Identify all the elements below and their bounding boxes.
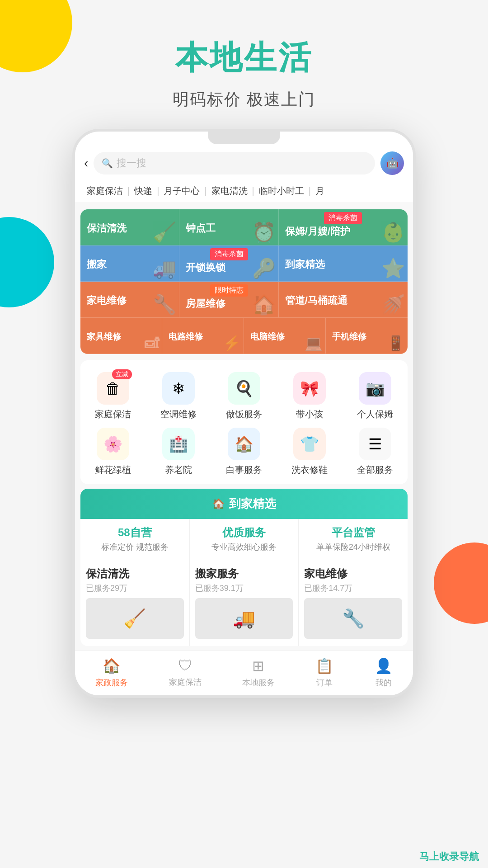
watermark: 马上收录导航 xyxy=(419,850,479,863)
icon-childcare: 🎀 xyxy=(300,379,319,397)
nav-label-orders: 订单 xyxy=(316,677,333,688)
phone-notch xyxy=(208,132,280,144)
grid-cell-locksmith[interactable]: 消毒杀菌 开锁换锁 🔑 xyxy=(179,245,278,282)
cat-tag-0[interactable]: 家庭保洁 xyxy=(82,183,127,199)
icon-cooking: 🍳 xyxy=(235,379,253,397)
icon-label-nursing: 养老院 xyxy=(165,464,192,476)
grid-cell-phone[interactable]: 手机维修 📱 xyxy=(326,318,408,354)
nav-item-home[interactable]: 🏠 家政服务 xyxy=(95,657,128,688)
icon-item-laundry[interactable]: 👕 洗衣修鞋 xyxy=(287,428,332,476)
daojia-title: 到家精选 xyxy=(229,496,276,512)
daojia-services: 保洁清洗 已服务29万 🧹 搬家服务 已服务39.1万 🚚 家电维修 已服务14… xyxy=(80,559,408,646)
daojia-service-img-cleaning: 🧹 xyxy=(86,598,184,639)
grid-cell-pipe[interactable]: 管道/马桶疏通 🚿 xyxy=(279,282,408,318)
grid-cell-nanny[interactable]: 消毒杀菌 保姆/月嫂/陪护 👶 xyxy=(279,209,408,245)
cat-tag-5[interactable]: 月 xyxy=(311,183,329,199)
icon-row-1: 🗑 立减 家庭保洁 ❄ 空调维修 🍳 xyxy=(80,368,408,424)
cat-tag-3[interactable]: 家电清洗 xyxy=(207,183,252,199)
nav-label-profile: 我的 xyxy=(375,677,392,688)
icon-item-all-services[interactable]: ☰ 全部服务 xyxy=(352,428,398,476)
phone-wrapper: ‹ 🔍 搜一搜 🤖 家庭保洁 | 快递 | 月子中心 | 家电清洗 | 临时小时… xyxy=(0,129,488,698)
daojia-service-repair[interactable]: 家电维修 已服务14.7万 🔧 xyxy=(299,559,408,646)
icon-label-childcare: 带小孩 xyxy=(296,408,323,420)
nav-item-orders[interactable]: 📋 订单 xyxy=(315,657,333,688)
icon-item-aircon[interactable]: ❄ 空调维修 xyxy=(156,372,201,420)
cat-tag-1[interactable]: 快递 xyxy=(130,183,157,199)
icon-flowers: 🌸 xyxy=(103,435,122,453)
grid-cell-computer[interactable]: 电脑维修 💻 xyxy=(244,318,326,354)
search-icon: 🔍 xyxy=(102,158,113,169)
daojia-service-cleaning[interactable]: 保洁清洗 已服务29万 🧹 xyxy=(80,559,190,646)
back-button[interactable]: ‹ xyxy=(84,156,88,170)
daojia-badge-2: 平台监管 单单保险24小时维权 xyxy=(299,519,408,559)
cat-tag-2[interactable]: 月子中心 xyxy=(159,183,204,199)
search-placeholder-text: 搜一搜 xyxy=(117,156,146,170)
icon-label-aircon: 空调维修 xyxy=(160,408,197,420)
icon-nursing: 🏥 xyxy=(169,435,188,453)
icon-cleaning: 🗑 xyxy=(105,380,121,397)
grid-cell-selected[interactable]: 到家精选 ⭐ xyxy=(279,245,408,282)
badge-立减: 立减 xyxy=(112,369,132,379)
grid-row-blue: 搬家 🚚 消毒杀菌 开锁换锁 🔑 到家精选 ⭐ xyxy=(80,245,408,282)
grid-cell-appliance[interactable]: 家电维修 🔧 xyxy=(80,282,179,318)
daojia-service-img-moving: 🚚 xyxy=(195,598,293,639)
icon-funeral: 🏠 xyxy=(235,435,253,453)
grid-row-green: 保洁清洗 🧹 钟点工 ⏰ 消毒杀菌 保姆/月嫂/陪护 👶 xyxy=(80,209,408,245)
icon-item-cooking[interactable]: 🍳 做饭服务 xyxy=(221,372,267,420)
daojia-logo-icon: 🏠 xyxy=(212,498,225,510)
cat-tag-4[interactable]: 临时小时工 xyxy=(254,183,309,199)
icon-label-flowers: 鲜花绿植 xyxy=(95,464,131,476)
icon-aircon: ❄ xyxy=(172,379,185,397)
daojia-badge-0: 58自营 标准定价 规范服务 xyxy=(80,519,190,559)
icon-menu: 🗑 立减 家庭保洁 ❄ 空调维修 🍳 xyxy=(80,360,408,484)
icon-item-flowers[interactable]: 🌸 鲜花绿植 xyxy=(90,428,136,476)
grid-cell-cleaning[interactable]: 保洁清洗 🧹 xyxy=(80,209,179,245)
grid-cell-hourly[interactable]: 钟点工 ⏰ xyxy=(179,209,278,245)
icon-item-cleaning[interactable]: 🗑 立减 家庭保洁 xyxy=(90,372,136,420)
daojia-service-moving[interactable]: 搬家服务 已服务39.1万 🚚 xyxy=(190,559,299,646)
nav-icon-home: 🏠 xyxy=(103,657,121,675)
bottom-nav: 🏠 家政服务 🛡 家庭保洁 ⊞ 本地服务 📋 订单 👤 我的 xyxy=(75,651,413,695)
hero-section: 本地生活 明码标价 极速上门 xyxy=(0,0,488,129)
icon-label-cooking: 做饭服务 xyxy=(226,408,262,420)
nav-label-home: 家政服务 xyxy=(95,677,128,688)
hero-title: 本地生活 xyxy=(0,36,488,80)
phone-mockup: ‹ 🔍 搜一搜 🤖 家庭保洁 | 快递 | 月子中心 | 家电清洗 | 临时小时… xyxy=(72,129,416,698)
icon-personal-nanny: 📷 xyxy=(366,379,385,397)
grid-cell-furniture[interactable]: 家具维修 🛋 xyxy=(80,318,162,354)
icon-item-nursing[interactable]: 🏥 养老院 xyxy=(156,428,201,476)
nav-item-profile[interactable]: 👤 我的 xyxy=(375,657,393,688)
icon-label-personal-nanny: 个人保姆 xyxy=(357,408,393,420)
nav-item-cleaning[interactable]: 🛡 家庭保洁 xyxy=(169,657,202,688)
icon-laundry: 👕 xyxy=(300,435,319,453)
nav-item-local[interactable]: ⊞ 本地服务 xyxy=(242,657,275,688)
icon-item-personal-nanny[interactable]: 📷 个人保姆 xyxy=(352,372,398,420)
service-grid: 保洁清洗 🧹 钟点工 ⏰ 消毒杀菌 保姆/月嫂/陪护 👶 xyxy=(80,209,408,354)
nav-icon-profile: 👤 xyxy=(375,657,393,675)
icon-item-funeral[interactable]: 🏠 白事服务 xyxy=(221,428,267,476)
grid-cell-electric[interactable]: 电路维修 ⚡ xyxy=(162,318,244,354)
icon-row-2: 🌸 鲜花绿植 🏥 养老院 🏠 白事服务 xyxy=(80,424,408,480)
search-bar-row: ‹ 🔍 搜一搜 🤖 xyxy=(75,144,413,179)
nav-icon-cleaning: 🛡 xyxy=(178,657,192,674)
category-tags-row: 家庭保洁 | 快递 | 月子中心 | 家电清洗 | 临时小时工 | 月 xyxy=(75,179,413,203)
hero-subtitle: 明码标价 极速上门 xyxy=(0,89,488,111)
daojia-badge-1: 优质服务 专业高效细心服务 xyxy=(190,519,299,559)
search-box[interactable]: 🔍 搜一搜 xyxy=(94,152,375,175)
badge-limited: 限时特惠 xyxy=(210,284,248,297)
nav-icon-local: ⊞ xyxy=(252,657,264,675)
icon-all-services: ☰ xyxy=(368,435,382,453)
daojia-service-img-repair: 🔧 xyxy=(304,598,402,639)
phone-inner: ‹ 🔍 搜一搜 🤖 家庭保洁 | 快递 | 月子中心 | 家电清洗 | 临时小时… xyxy=(75,144,413,695)
nav-label-local: 本地服务 xyxy=(242,677,275,688)
grid-cell-house-repair[interactable]: 限时特惠 房屋维修 🏠 xyxy=(179,282,278,318)
icon-label-laundry: 洗衣修鞋 xyxy=(291,464,328,476)
icon-label-funeral: 白事服务 xyxy=(226,464,262,476)
grid-row-orange: 家电维修 🔧 限时特惠 房屋维修 🏠 管道/马桶疏通 🚿 xyxy=(80,282,408,318)
badge-disinfect-2: 消毒杀菌 xyxy=(210,248,248,260)
grid-cell-moving[interactable]: 搬家 🚚 xyxy=(80,245,179,282)
ai-assistant-button[interactable]: 🤖 xyxy=(380,151,404,175)
nav-label-cleaning: 家庭保洁 xyxy=(169,677,202,688)
daojia-header: 🏠 到家精选 xyxy=(80,489,408,519)
icon-item-childcare[interactable]: 🎀 带小孩 xyxy=(287,372,332,420)
